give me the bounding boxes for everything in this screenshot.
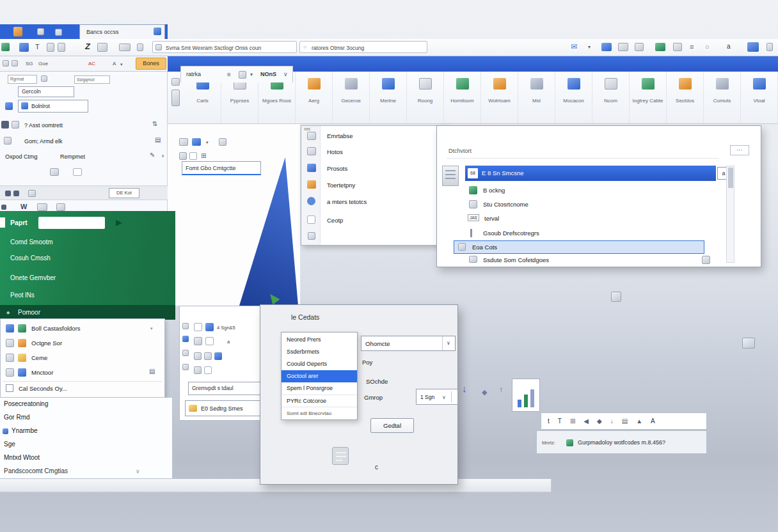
table-icon[interactable] (19, 43, 29, 52)
tool-icon[interactable] (189, 152, 197, 160)
context-item-icon[interactable] (308, 232, 315, 240)
toolbar-icon[interactable] (766, 43, 773, 51)
tool-icon[interactable] (179, 138, 188, 146)
swap-icon[interactable]: ⇅ (152, 121, 157, 127)
list-item[interactable]: Sge (4, 441, 15, 448)
letter-A-icon[interactable]: A (651, 418, 655, 425)
tab-active[interactable]: Bones (136, 58, 166, 70)
option-icon[interactable] (194, 366, 202, 374)
option-icon[interactable] (204, 352, 212, 360)
list-icon[interactable]: ▤ (622, 418, 628, 425)
dropdown-arrow-icon[interactable]: ▾ (150, 326, 153, 331)
tab-tool-icon[interactable] (239, 71, 246, 79)
letter-w-icon[interactable]: W (20, 203, 27, 210)
list-icon[interactable]: ▤ (149, 368, 155, 375)
diamond-icon[interactable]: ◆ (482, 389, 487, 396)
tool-icon[interactable] (192, 138, 201, 146)
clipboard-icon[interactable] (171, 78, 180, 86)
tool-T-icon[interactable]: T (558, 418, 562, 425)
bar-icon[interactable] (28, 190, 36, 197)
grid-icon[interactable] (97, 43, 107, 52)
toolbar-icon[interactable] (137, 43, 143, 51)
tools-field[interactable]: E0 Sedtrg Smes (185, 400, 272, 416)
toolbar-icon[interactable] (47, 43, 54, 52)
context-item[interactable]: a mters tetotcs (327, 198, 367, 205)
dialog-dropdown[interactable]: Ohomcte ∨ (361, 336, 456, 351)
option-icon[interactable] (205, 337, 214, 345)
item-icon[interactable] (73, 168, 82, 176)
paste-icon[interactable] (171, 90, 180, 106)
download-icon[interactable]: ↓ (462, 384, 467, 393)
chevron-down-icon[interactable]: ▾ (250, 72, 253, 77)
more-button[interactable]: ⋯ (730, 145, 749, 155)
bar-icon[interactable] (13, 191, 19, 196)
context-item[interactable]: Ceotp (327, 217, 343, 224)
chip[interactable]: Sstgqmot (74, 75, 110, 84)
list-item[interactable]: Gor Rmd (4, 414, 30, 421)
new-tab-icon[interactable] (154, 27, 161, 35)
chevron-down-icon[interactable]: ▾ (120, 62, 123, 66)
search-box[interactable]: ○ ratores Otmsr 3ocung (299, 41, 427, 53)
list-item[interactable]: Mntxd Wtoot (4, 454, 40, 461)
option-icon[interactable] (204, 366, 212, 374)
option-icon[interactable] (194, 337, 202, 345)
grid-icon[interactable] (618, 43, 628, 51)
font-name-box[interactable]: Fomt Gbo Cmtgctte (182, 161, 261, 175)
menu-row[interactable]: Rempmet (60, 153, 85, 160)
list-icon[interactable]: ▤ (155, 137, 161, 143)
menu-row[interactable]: Oxpod Ctmg (5, 153, 38, 160)
context-item[interactable]: Toertetpny (327, 182, 355, 189)
menu-icon[interactable]: ≡ (227, 72, 231, 78)
context-item[interactable]: Prosots (327, 165, 347, 172)
row-end-icon[interactable] (702, 256, 710, 264)
tab-sg[interactable]: SG (26, 61, 33, 66)
chip-icon[interactable] (41, 75, 47, 82)
context-item[interactable]: Emrtabse (327, 132, 353, 139)
list-item[interactable]: Pandscocomt Cmgtias (4, 467, 68, 474)
triangle-up-icon[interactable]: ▲ (636, 418, 642, 425)
strip-icon[interactable] (182, 350, 189, 356)
option-icon[interactable] (194, 323, 202, 331)
caret-down-icon[interactable]: ∨ (283, 72, 288, 77)
green-table-icon[interactable] (655, 43, 665, 51)
tool-icon[interactable] (179, 152, 187, 160)
ribbon-group[interactable]: Aerg (296, 72, 333, 123)
chevron-down-icon[interactable]: ∨ (136, 469, 140, 474)
circle-icon[interactable]: ○ (705, 43, 710, 51)
columns-icon[interactable] (635, 43, 644, 51)
bar-icon[interactable] (5, 191, 11, 196)
item-icon[interactable] (37, 203, 47, 211)
menu-item[interactable]: Boll Castasfoldors (31, 325, 81, 332)
menu-icon[interactable]: ≡ (690, 43, 694, 51)
chart-thumbnail[interactable] (512, 379, 540, 412)
titlebar-button-icon[interactable] (55, 29, 62, 36)
menu-item[interactable]: Ceme (31, 354, 47, 361)
list-item[interactable]: Posecreatoning (4, 400, 49, 407)
dialog-menu-item[interactable]: PYRc Cotcoroe (282, 395, 357, 407)
ribbon-group[interactable]: Vtoal (741, 72, 778, 123)
text-tool-icon[interactable]: T (35, 43, 40, 51)
scrollbar[interactable] (726, 166, 734, 263)
item-icon[interactable] (56, 203, 65, 211)
dialog-menu-item[interactable]: Neored Prers (282, 334, 357, 346)
list-item[interactable]: Ynarmbe (12, 427, 38, 434)
green-item[interactable]: Onete Gemvber (10, 274, 56, 281)
mail-icon[interactable]: ✉ (571, 43, 577, 51)
option-icon[interactable] (205, 323, 214, 331)
caret-down-icon[interactable]: ∨ (161, 153, 164, 158)
ribbon-group[interactable]: Wotrtoam (481, 72, 518, 123)
bar-button[interactable]: DE Kot (109, 188, 139, 198)
list-header-row[interactable]: 68 E 8 Sn Smcsne (465, 166, 716, 181)
context-item[interactable]: Hotos (327, 148, 343, 155)
ribbon-tab-extra[interactable]: NOnS (260, 71, 276, 77)
dropdown-arrow-segment[interactable]: ∨ (442, 336, 455, 350)
ribbon-group[interactable]: Sectdos (667, 72, 704, 123)
list-row[interactable]: Stu Ctosrtcnome (465, 198, 716, 212)
list-row[interactable]: Gsoub Drefscotregrs (465, 226, 716, 240)
strip-icon[interactable] (182, 364, 189, 370)
tab-ac[interactable]: AC (88, 61, 95, 66)
scrollbar-thumb[interactable] (728, 168, 733, 188)
green-item[interactable]: Cosuh Cmssh (10, 254, 51, 262)
titlebar-button-icon[interactable] (37, 28, 44, 35)
ribbon-tab[interactable]: ratrka ≡ ▾ NOnS ∨ (180, 66, 293, 82)
